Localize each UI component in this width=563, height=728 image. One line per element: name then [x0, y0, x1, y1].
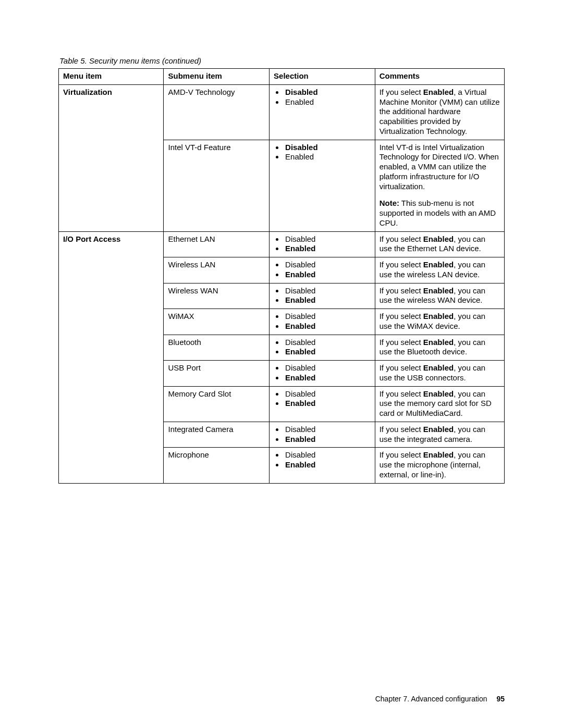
submenu-wireless-lan: Wireless LAN [164, 257, 270, 283]
menu-virtualization: Virtualization [59, 84, 164, 231]
selection-option: Enabled [284, 460, 371, 470]
comment-bold: Enabled [423, 312, 454, 320]
selection-cell: Disabled Enabled [270, 422, 375, 448]
col-comments: Comments [375, 69, 504, 85]
selection-option: Enabled [284, 244, 371, 254]
comment-text: If you select [380, 425, 423, 434]
comment-bold: Enabled [423, 389, 454, 398]
comment-bold: Enabled [423, 338, 454, 347]
comments-cell: If you select Enabled, you can use the w… [375, 283, 504, 309]
selection-option: Enabled [284, 270, 371, 280]
submenu-memory-card-slot: Memory Card Slot [164, 386, 270, 422]
selection-option: Disabled [284, 425, 371, 435]
comments-cell: If you select Enabled, you can use the m… [375, 448, 504, 483]
selection-cell: Disabled Enabled [270, 231, 375, 257]
comment-text: Intel VT-d is Intel Virtualization Techn… [380, 143, 500, 192]
comment-text: If you select [380, 338, 423, 347]
comment-text: If you select [380, 260, 423, 269]
selection-cell: Disabled Enabled [270, 448, 375, 483]
selection-option: Enabled [284, 373, 371, 383]
submenu-microphone: Microphone [164, 448, 270, 483]
comments-cell: If you select Enabled, you can use the B… [375, 335, 504, 361]
table-row: I/O Port Access Ethernet LAN Disabled En… [59, 231, 505, 257]
comment-text: If you select [380, 286, 423, 295]
comments-cell: If you select Enabled, a Virtual Machine… [375, 84, 504, 140]
selection-option: Enabled [284, 322, 371, 331]
selection-option: Enabled [284, 399, 371, 409]
comment-bold: Enabled [423, 88, 454, 96]
comment-note: Note: This sub-menu is not supported in … [380, 199, 500, 228]
comments-cell: Intel VT-d is Intel Virtualization Techn… [375, 140, 504, 231]
menu-io-port-access: I/O Port Access [59, 231, 164, 483]
selection-cell: Disabled Enabled [270, 386, 375, 422]
selection-option: Disabled [284, 450, 371, 460]
selection-option: Disabled [284, 235, 371, 244]
comment-text: If you select [380, 88, 423, 96]
comments-cell: If you select Enabled, you can use the W… [375, 309, 504, 335]
table-caption: Table 5. Security menu items (continued) [59, 56, 505, 65]
selection-cell: Disabled Enabled [270, 361, 375, 387]
footer-page-number: 95 [496, 695, 505, 703]
selection-option: Disabled [284, 143, 371, 153]
submenu-wimax: WiMAX [164, 309, 270, 335]
page: Table 5. Security menu items (continued)… [0, 0, 563, 728]
col-submenu-item: Submenu item [164, 69, 270, 85]
comments-cell: If you select Enabled, you can use the m… [375, 386, 504, 422]
table-header-row: Menu item Submenu item Selection Comment… [59, 69, 505, 85]
comment-bold: Enabled [423, 286, 454, 295]
selection-option: Disabled [284, 389, 371, 399]
comments-cell: If you select Enabled, you can use the U… [375, 361, 504, 387]
selection-option: Disabled [284, 312, 371, 322]
comment-text: If you select [380, 235, 423, 243]
selection-option: Enabled [284, 347, 371, 357]
comment-text: If you select [380, 312, 423, 320]
comment-bold: Enabled [423, 363, 454, 372]
comment-bold: Enabled [423, 260, 454, 269]
selection-cell: Disabled Enabled [270, 257, 375, 283]
page-footer: Chapter 7. Advanced configuration 95 [375, 695, 505, 703]
selection-option: Disabled [284, 363, 371, 373]
submenu-intel-vtd: Intel VT-d Feature [164, 140, 270, 231]
comments-cell: If you select Enabled, you can use the w… [375, 257, 504, 283]
submenu-integrated-camera: Integrated Camera [164, 422, 270, 448]
selection-option: Enabled [284, 435, 371, 445]
comment-text: If you select [380, 450, 423, 459]
submenu-bluetooth: Bluetooth [164, 335, 270, 361]
selection-option: Disabled [284, 286, 371, 296]
security-menu-table: Menu item Submenu item Selection Comment… [58, 68, 505, 484]
selection-option: Disabled [284, 260, 371, 270]
selection-cell: Disabled Enabled [270, 309, 375, 335]
selection-option: Enabled [284, 97, 371, 107]
comment-bold: Enabled [423, 235, 454, 243]
comment-bold: Enabled [423, 450, 454, 459]
submenu-wireless-wan: Wireless WAN [164, 283, 270, 309]
selection-cell: Disabled Enabled [270, 84, 375, 140]
submenu-amd-v: AMD-V Technology [164, 84, 270, 140]
selection-option: Enabled [284, 152, 371, 162]
submenu-usb-port: USB Port [164, 361, 270, 387]
selection-cell: Disabled Enabled [270, 283, 375, 309]
note-label: Note: [380, 199, 399, 207]
footer-chapter: Chapter 7. Advanced configuration [375, 695, 487, 703]
selection-option: Enabled [284, 295, 371, 305]
comment-text: If you select [380, 389, 423, 398]
col-menu-item: Menu item [59, 69, 164, 85]
selection-cell: Disabled Enabled [270, 335, 375, 361]
selection-option: Disabled [284, 338, 371, 348]
comments-cell: If you select Enabled, you can use the i… [375, 422, 504, 448]
comment-bold: Enabled [423, 425, 454, 434]
submenu-ethernet-lan: Ethernet LAN [164, 231, 270, 257]
selection-cell: Disabled Enabled [270, 140, 375, 231]
comments-cell: If you select Enabled, you can use the E… [375, 231, 504, 257]
selection-option: Disabled [284, 88, 371, 97]
table-row: Virtualization AMD-V Technology Disabled… [59, 84, 505, 140]
comment-text: If you select [380, 363, 423, 372]
col-selection: Selection [270, 69, 375, 85]
